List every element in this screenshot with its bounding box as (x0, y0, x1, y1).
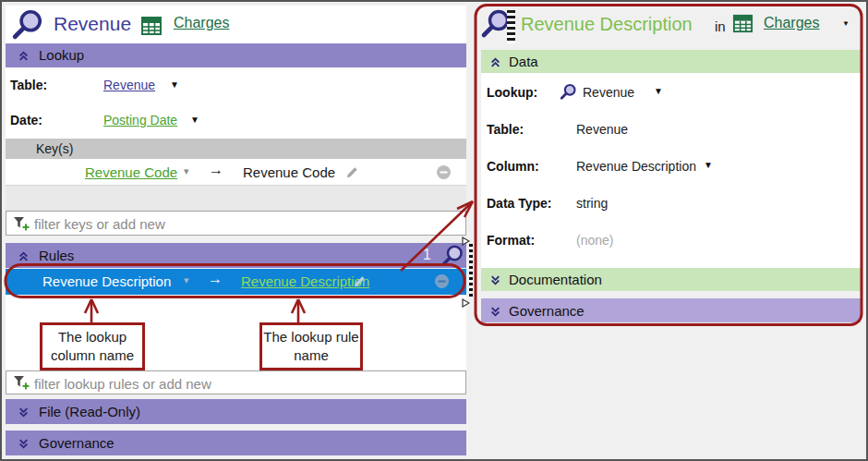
column-stripe-icon (507, 10, 515, 43)
expand-chevron-icon[interactable] (18, 406, 30, 419)
table-icon (732, 13, 753, 38)
rule-source-name: Revenue Description (42, 273, 171, 289)
callout-rule-name: The lookup rule name (259, 322, 363, 370)
splitter-arrow-icon[interactable] (462, 295, 470, 311)
date-field-label: Date: (10, 113, 42, 127)
remove-rule-icon[interactable] (434, 273, 450, 293)
column-title: Revenue Description (521, 14, 693, 35)
table-field-label-right: Table: (487, 122, 524, 137)
section-header-governance-right[interactable]: Governance (481, 298, 861, 322)
callout-column-name: The lookup column name (40, 322, 145, 370)
edit-pencil-icon[interactable] (353, 274, 367, 292)
filter-add-icon (13, 375, 30, 394)
table-field-value-right: Revenue (576, 122, 628, 137)
rules-count-badge: 1 (423, 247, 431, 263)
mapping-arrow-icon: → (208, 271, 223, 287)
keys-header-label: Key(s) (36, 141, 73, 156)
section-label-governance-left: Governance (39, 435, 115, 451)
key-source-dropdown-icon[interactable]: ▾ (184, 166, 189, 176)
datatype-field-label: Data Type: (487, 196, 552, 211)
key-target-name: Revenue Code (243, 164, 335, 180)
callout-rule-text: The lookup rule name (262, 328, 360, 366)
keys-header-bar: Key(s) (6, 139, 466, 159)
expand-chevron-icon[interactable] (489, 306, 501, 318)
expand-chevron-icon[interactable] (18, 438, 30, 450)
rule-target-link[interactable]: Revenue Description (241, 273, 369, 289)
context-dropdown-icon[interactable]: ▼ (842, 20, 850, 28)
section-label-lookup: Lookup (39, 47, 84, 63)
edit-pencil-icon[interactable] (345, 165, 359, 183)
key-row[interactable]: Revenue Code ▾ → Revenue Code (6, 159, 466, 186)
table-icon (140, 15, 163, 41)
column-field-label: Column: (487, 159, 539, 174)
keys-empty-row (6, 186, 466, 211)
remove-key-icon[interactable] (436, 164, 452, 184)
collapse-chevron-icon[interactable] (18, 50, 30, 62)
section-header-lookup[interactable]: Lookup (6, 43, 466, 67)
lookup-magnifier-icon (11, 8, 44, 45)
lookup-title: Revenue (54, 13, 131, 35)
section-header-governance-left[interactable]: Governance (6, 431, 466, 455)
section-header-rules[interactable]: Rules 1 (6, 243, 466, 268)
table-field-link[interactable]: Revenue (103, 78, 155, 92)
date-field-link[interactable]: Posting Date (103, 113, 177, 127)
rule-row-selected[interactable]: Revenue Description ▾ → Revenue Descript… (6, 269, 466, 295)
callout-column-text: The lookup column name (42, 328, 142, 366)
section-label-data: Data (509, 54, 538, 69)
column-dropdown-icon[interactable]: ▼ (704, 161, 713, 170)
key-source-link[interactable]: Revenue Code (85, 164, 177, 180)
format-field-label: Format: (487, 233, 535, 248)
in-word: in (715, 18, 726, 34)
expand-chevron-icon[interactable] (489, 274, 501, 286)
left-title-bar: Revenue Charges (6, 6, 466, 43)
lookup-dropdown-icon[interactable]: ▼ (654, 87, 663, 96)
lookup-field-value: Revenue (583, 85, 634, 100)
mapping-arrow-icon: → (209, 162, 223, 178)
section-header-data[interactable]: Data (481, 50, 861, 73)
rule-source-dropdown-icon[interactable]: ▾ (184, 275, 189, 285)
collapse-chevron-icon[interactable] (489, 56, 501, 68)
right-context-table-link[interactable]: Charges (764, 15, 819, 31)
section-header-file[interactable]: File (Read-Only) (6, 399, 466, 424)
filter-keys-box (6, 211, 466, 236)
app-window: Revenue Charges Lookup Table: Revenue ▼ … (0, 0, 868, 461)
table-dropdown-icon[interactable]: ▼ (170, 80, 179, 90)
filter-rules-input[interactable] (32, 371, 461, 395)
lookup-small-magnifier-icon (560, 83, 577, 104)
lookup-field-label: Lookup: (487, 85, 537, 100)
splitter-arrow-icon[interactable] (462, 233, 470, 249)
pane-splitter-handle[interactable] (469, 244, 473, 297)
datatype-field-value: string (576, 196, 608, 211)
date-dropdown-icon[interactable]: ▼ (190, 115, 199, 125)
filter-rules-box (6, 370, 466, 394)
section-label-rules: Rules (39, 248, 74, 263)
section-header-documentation[interactable]: Documentation (481, 268, 861, 291)
section-label-documentation: Documentation (509, 272, 602, 287)
lookup-fields-area (6, 67, 466, 139)
section-label-file: File (Read-Only) (39, 404, 140, 419)
filter-keys-input[interactable] (32, 212, 461, 237)
left-context-table-link[interactable]: Charges (174, 15, 229, 31)
collapse-chevron-icon[interactable] (18, 250, 30, 262)
column-field-value: Revenue Description (576, 159, 696, 174)
table-field-label: Table: (10, 78, 47, 92)
format-field-value: (none) (576, 233, 613, 248)
filter-add-icon (13, 216, 30, 236)
section-label-governance-right: Governance (509, 303, 585, 319)
